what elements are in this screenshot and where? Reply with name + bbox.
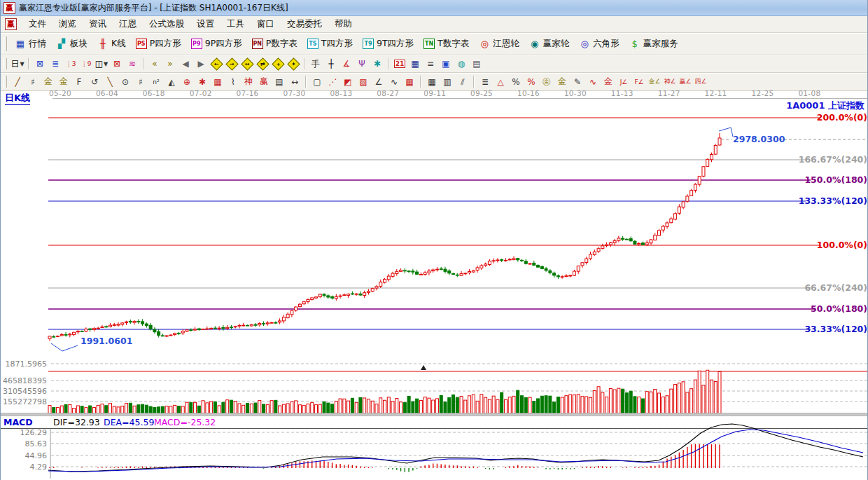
view-zoom-out-right[interactable]: →: [224, 57, 239, 71]
draw-f-angle[interactable]: F∠: [631, 74, 647, 89]
draw-red-fan[interactable]: ⋰: [325, 74, 340, 89]
menu-item-5[interactable]: 设置: [190, 16, 220, 32]
menu-item-1[interactable]: 浏览: [52, 16, 83, 32]
view-info-panel[interactable]: ≣: [48, 57, 63, 71]
toolbar-button-sectors[interactable]: ▞板块: [51, 36, 92, 52]
draw-dense-ruler[interactable]: ♯: [133, 74, 148, 89]
draw-n-squared[interactable]: n²: [148, 74, 164, 89]
view-center-view[interactable]: ＋: [270, 57, 286, 71]
view-compare-9-chart[interactable]: ⋮9: [78, 57, 94, 71]
draw-circle-gauge[interactable]: ⊙: [118, 74, 133, 89]
view-web-browser[interactable]: ◍: [454, 57, 469, 71]
toolbar-grip[interactable]: [4, 36, 7, 52]
menu-item-0[interactable]: 文件: [22, 16, 52, 32]
menu-item-9[interactable]: 帮助: [328, 16, 358, 32]
menu-item-3[interactable]: 江恩: [113, 16, 143, 32]
draw-percent-line[interactable]: %: [524, 74, 539, 89]
draw-grid-ruler[interactable]: ♯: [25, 74, 41, 89]
draw-gold-gate-2[interactable]: 金: [56, 74, 71, 89]
draw-marker-knife[interactable]: ╲: [102, 74, 118, 89]
draw-bar-scale[interactable]: ≣: [477, 74, 493, 89]
toolbar-grip[interactable]: [4, 58, 7, 70]
view-compress-x[interactable]: ⇄: [255, 57, 270, 71]
draw-j-angle[interactable]: J∠: [616, 74, 631, 89]
draw-percent[interactable]: %: [508, 74, 524, 89]
view-crosshair-tool[interactable]: ┼: [323, 57, 339, 71]
draw-ying-angle[interactable]: 赢∠: [678, 74, 693, 89]
macd-label[interactable]: MACD: [4, 417, 33, 427]
toolbar-button-p-number-table[interactable]: PNP数字表: [247, 36, 302, 52]
draw-width-measure[interactable]: ↔: [287, 74, 302, 89]
draw-grid-target[interactable]: ▦: [210, 74, 225, 89]
view-network-chart[interactable]: ⊠: [32, 57, 48, 71]
menu-item-2[interactable]: 资讯: [83, 16, 113, 32]
view-last-page[interactable]: »: [162, 57, 178, 71]
draw-number-ruler[interactable]: ▤: [272, 74, 287, 89]
view-stats-tool[interactable]: ✱: [370, 57, 385, 71]
draw-fan-box[interactable]: ◩: [340, 74, 356, 89]
view-gann-tool-purple[interactable]: Ψ: [354, 57, 370, 71]
draw-gold-angle[interactable]: 金∠: [647, 74, 662, 89]
view-compare-3-chart[interactable]: ⋮3: [63, 57, 78, 71]
draw-ink-pen[interactable]: ✎: [570, 74, 585, 89]
draw-wave-mark[interactable]: ⌇: [225, 74, 241, 89]
toolbar-button-gann-wheel[interactable]: ◎江恩轮: [474, 36, 524, 52]
toolbar-button-quotes[interactable]: ▦行情: [10, 36, 51, 52]
toolbar-button-9t-square[interactable]: T99T四方形: [358, 36, 419, 52]
draw-web-target[interactable]: ✱: [195, 74, 210, 89]
menu-item-8[interactable]: 交易委托: [281, 16, 328, 32]
toolbar-button-p-square[interactable]: PSP四方形: [131, 36, 186, 52]
menu-item-7[interactable]: 窗口: [251, 16, 281, 32]
view-calendar-21[interactable]: 21: [392, 57, 407, 71]
view-zoom-both[interactable]: ↔: [239, 57, 255, 71]
view-zoom-out-left[interactable]: ←: [209, 57, 224, 71]
draw-percent-slash[interactable]: △: [493, 74, 508, 89]
view-next-page[interactable]: ▶: [193, 57, 209, 71]
toolbar-button-9p-square[interactable]: P99P四方形: [186, 36, 247, 52]
draw-f-gate[interactable]: F: [71, 74, 87, 89]
draw-box-select[interactable]: ▢: [309, 74, 325, 89]
view-pattern-select[interactable]: ⊠: [109, 57, 125, 71]
draw-compass-target[interactable]: ⊕: [179, 74, 195, 89]
view-candle-style[interactable]: ◫▼: [94, 57, 109, 71]
draw-shen-ruler[interactable]: 神: [241, 74, 256, 89]
view-first-page[interactable]: «: [147, 57, 162, 71]
draw-dark-grid-1[interactable]: ▦: [424, 74, 440, 89]
menu-item-6[interactable]: 工具: [220, 16, 251, 32]
draw-gold-circle[interactable]: ㊎: [539, 74, 554, 89]
title-bar[interactable]: 赢 赢家江恩专业版[赢家内部服务平台] - [上证指数 SH1A0001-167…: [1, 0, 867, 16]
draw-spiral[interactable]: ↺: [87, 74, 102, 89]
draw-ying-ruler[interactable]: 赢: [256, 74, 272, 89]
draw-gold-gate-1[interactable]: 金: [41, 74, 56, 89]
view-rank-flag[interactable]: ≋: [125, 57, 140, 71]
toolbar-button-winner-wheel[interactable]: ◉赢家轮: [524, 36, 575, 52]
view-full-view[interactable]: ✦: [286, 57, 301, 71]
draw-si-angle[interactable]: 四∠: [693, 74, 708, 89]
toolbar-button-t-square[interactable]: TST四方形: [302, 36, 358, 52]
draw-slant-lines[interactable]: ⫽: [455, 74, 470, 89]
draw-red-grid[interactable]: ▦: [402, 74, 417, 89]
draw-gold-bars[interactable]: 金: [554, 74, 570, 89]
view-prev-page[interactable]: ◀: [178, 57, 193, 71]
view-period-day-button[interactable]: 日▼: [10, 57, 25, 71]
draw-mirror-angle[interactable]: ◭: [164, 74, 179, 89]
draw-shen-angle[interactable]: 神∠: [662, 74, 678, 89]
draw-gold-under[interactable]: 金: [601, 74, 616, 89]
toolbar-grip[interactable]: [4, 76, 7, 88]
draw-dark-grid-2[interactable]: ▥: [440, 74, 455, 89]
view-notebook[interactable]: ≡: [423, 57, 438, 71]
view-calculator[interactable]: ▦: [407, 57, 423, 71]
view-angle-measure[interactable]: ∡: [339, 57, 354, 71]
draw-wave-channel[interactable]: ∿: [585, 74, 601, 89]
toolbar-button-winner-service[interactable]: $赢家服务: [624, 36, 683, 52]
toolbar-button-hexagon[interactable]: ◎六角形: [574, 36, 624, 52]
draw-net-box[interactable]: ▨: [356, 74, 371, 89]
draw-knife-line[interactable]: ╱: [10, 74, 25, 89]
view-hand-tool[interactable]: 手: [308, 57, 323, 71]
draw-trend-angles[interactable]: ∠: [371, 74, 386, 89]
toolbar-button-kline[interactable]: ╫K线: [92, 36, 131, 52]
view-save-disk[interactable]: ▣: [438, 57, 454, 71]
menu-item-4[interactable]: 公式选股: [143, 16, 190, 32]
toolbar-button-t-number-table[interactable]: TNT数字表: [419, 36, 474, 52]
view-printer[interactable]: ▤: [469, 57, 484, 71]
